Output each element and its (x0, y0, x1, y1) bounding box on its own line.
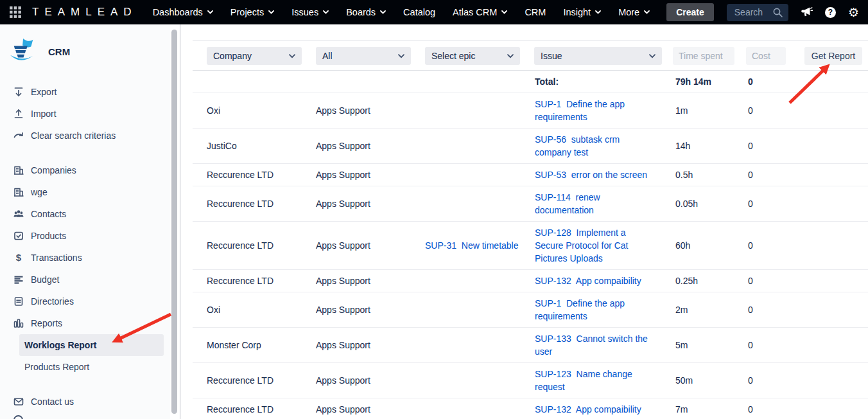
crm-logo-row: CRM (9, 37, 170, 66)
get-report-button[interactable]: Get Report (804, 47, 862, 65)
cell-project: Apps Support (316, 222, 425, 270)
issue-link[interactable]: SUP-1 Define the app requirements (535, 99, 627, 122)
app-switcher-grid-icon[interactable] (9, 4, 22, 21)
table-row: Reccurence LTD Apps Support SUP-132 App … (193, 398, 868, 419)
directories-icon (13, 296, 24, 307)
sidebar-item-reports[interactable]: Reports (0, 312, 170, 334)
issue-link[interactable]: SUP-133 Cannot switch the user (535, 334, 650, 357)
cell-company: Reccurence LTD (193, 363, 316, 398)
chevron-down-icon (207, 10, 213, 14)
cell-project: Apps Support (316, 292, 425, 328)
issue-link[interactable]: SUP-123 Name change request (535, 369, 635, 392)
sidebar-item-budget[interactable]: Budget (0, 269, 170, 290)
issue-link[interactable]: SUP-53 error on the screen (535, 170, 647, 180)
cell-cost: 0 (748, 292, 868, 328)
menu-catalog[interactable]: Catalog (403, 7, 435, 17)
menu-projects[interactable]: Projects (230, 7, 274, 17)
sidebar-item-export[interactable]: Export (0, 81, 170, 103)
menu-atlas-crm[interactable]: Atlas CRM (453, 7, 507, 17)
sidebar-actions-group: Export Import Clear search criterias (0, 81, 170, 147)
chevron-down-icon (268, 10, 274, 14)
company-icon (13, 186, 24, 198)
project-filter-select[interactable]: All (316, 47, 411, 65)
menu-insight[interactable]: Insight (563, 7, 601, 17)
cell-cost: 0 (748, 129, 868, 164)
issue-link[interactable]: SUP-132 App compaibility (535, 404, 641, 415)
chevron-down-icon (649, 54, 655, 58)
svg-text:$: $ (16, 252, 22, 263)
chevron-down-icon (595, 10, 601, 14)
cell-company: Reccurence LTD (193, 222, 316, 270)
issue-link[interactable]: SUP-1 Define the app requirements (535, 298, 627, 321)
topbar-menu: Dashboards Projects Issues Boards Catalo… (153, 7, 650, 17)
announcement-icon[interactable] (800, 6, 813, 19)
settings-gear-icon[interactable]: ⚙ (848, 6, 859, 19)
crm-cup-icon (9, 38, 39, 65)
cell-project: Apps Support (316, 164, 425, 186)
cell-time-spent: 50m (675, 363, 748, 398)
company-filter-select[interactable]: Company (207, 47, 302, 65)
sidebar-item-contacts[interactable]: Contacts (0, 203, 170, 225)
sidebar-item-companies[interactable]: Companies (0, 159, 170, 181)
time-spent-input[interactable] (673, 47, 734, 65)
clear-criteria-arrow-icon (13, 130, 24, 141)
issue-link[interactable]: SUP-56 subtask crm company test (535, 134, 622, 157)
epic-filter-select[interactable]: Select epic (425, 47, 520, 65)
total-label: Total: (535, 71, 675, 93)
menu-dashboards[interactable]: Dashboards (153, 7, 213, 17)
sidebar-item-wge[interactable]: wge (0, 181, 170, 203)
chevron-down-icon (380, 10, 386, 14)
issue-link[interactable]: SUP-128 Implement a Secure Protocol for … (535, 227, 630, 263)
total-time-spent: 79h 14m (675, 71, 748, 93)
menu-boards[interactable]: Boards (346, 7, 386, 17)
total-cost: 0 (748, 71, 868, 93)
budget-icon (13, 274, 24, 285)
cell-project: Apps Support (316, 363, 425, 398)
sidebar-footer-group: Contact us (0, 391, 170, 419)
create-button[interactable]: Create (666, 3, 714, 21)
sidebar-item-clear-search-criterias[interactable]: Clear search criterias (0, 125, 170, 147)
chevron-down-icon (501, 10, 507, 14)
menu-issues[interactable]: Issues (291, 7, 329, 17)
worklogs-report-main: Company All Select epic Issue Get Report (180, 24, 868, 419)
sidebar-item-transactions[interactable]: $ Transactions (0, 247, 170, 269)
sidebar-scrollbar-thumb[interactable] (171, 30, 177, 414)
worklogs-table: Total: 79h 14m 0 Oxi Apps Support SUP-1 … (193, 71, 868, 419)
cell-project: Apps Support (316, 328, 425, 363)
issue-filter-select[interactable]: Issue (534, 47, 662, 65)
cell-cost: 0 (748, 93, 868, 129)
export-icon (13, 86, 24, 98)
cell-company: Reccurence LTD (193, 186, 316, 222)
sidebar-item-worklogs-report[interactable]: Worklogs Report (19, 334, 164, 356)
cost-input[interactable] (746, 47, 786, 65)
sidebar-item-contact-us[interactable]: Contact us (0, 391, 170, 413)
sidebar-item-directories[interactable]: Directories (0, 290, 170, 312)
help-icon[interactable]: ? (825, 7, 836, 18)
issue-link[interactable]: SUP-114 renew documentation (535, 192, 603, 215)
cell-project: Apps Support (316, 93, 425, 129)
cell-time-spent: 0.25h (675, 270, 748, 292)
table-row: Reccurence LTD Apps Support SUP-132 App … (193, 270, 868, 292)
cell-time-spent: 0.5h (675, 164, 748, 186)
table-row: Monster Corp Apps Support SUP-133 Cannot… (193, 328, 868, 363)
cell-cost: 0 (748, 270, 868, 292)
cell-company: Monster Corp (193, 328, 316, 363)
table-row: Reccurence LTD Apps Support SUP-31 New t… (193, 222, 868, 270)
table-row: Reccurence LTD Apps Support SUP-123 Name… (193, 363, 868, 398)
cell-project: Apps Support (316, 186, 425, 222)
menu-crm[interactable]: CRM (525, 7, 546, 17)
reports-bar-chart-icon (13, 317, 24, 329)
contacts-icon (13, 208, 24, 220)
cell-time-spent: 1m (675, 93, 748, 129)
sidebar-item-products-report[interactable]: Products Report (19, 356, 164, 378)
table-row: JustiCo Apps Support SUP-56 subtask crm … (193, 129, 868, 164)
epic-link[interactable]: SUP-31 New timetable (425, 240, 519, 251)
sidebar-item-import[interactable]: Import (0, 103, 170, 125)
cell-cost: 0 (748, 328, 868, 363)
table-row: Reccurence LTD Apps Support SUP-53 error… (193, 164, 868, 186)
sidebar-item-products[interactable]: Products (0, 225, 170, 247)
cell-company: Reccurence LTD (193, 164, 316, 186)
menu-more[interactable]: More (618, 7, 650, 17)
issue-link[interactable]: SUP-132 App compaibility (535, 276, 641, 286)
cell-time-spent: 7m (675, 398, 748, 419)
